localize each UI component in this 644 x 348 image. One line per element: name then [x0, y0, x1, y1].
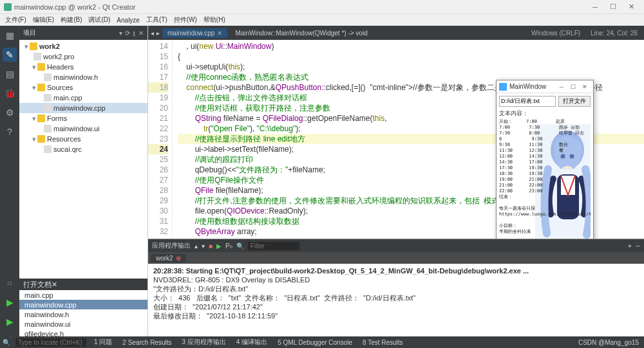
- status-qml[interactable]: 5 QML Debugger Console: [275, 339, 355, 346]
- close-icon[interactable]: ✕: [579, 84, 591, 90]
- rerun-icon[interactable]: ▶: [216, 243, 222, 250]
- list-item[interactable]: main.cpp: [19, 290, 147, 300]
- tree-file[interactable]: sucai.qrc: [19, 144, 147, 154]
- window-title: mainwindow.cpp @ work2 - Qt Creator: [14, 3, 586, 11]
- status-tests[interactable]: 8 Test Results: [360, 339, 406, 346]
- center: ◂ ▸ mainwindow.cpp✕ MainWindow::MainWind…: [148, 26, 644, 348]
- minimize-pane-icon[interactable]: ─: [636, 243, 640, 250]
- menu-edit[interactable]: 编辑(E): [30, 15, 57, 24]
- menu-tools[interactable]: 工具(T): [144, 15, 170, 24]
- tree-pro[interactable]: work2.pro: [19, 51, 147, 62]
- locate-input[interactable]: [15, 338, 86, 347]
- code-editor[interactable]: 1415161718192021222324252627282930313233…: [148, 40, 644, 239]
- status-issues[interactable]: 1 问题: [91, 338, 115, 347]
- menu-file[interactable]: 文件(F): [3, 15, 29, 24]
- status-search[interactable]: 2 Search Results: [120, 339, 174, 346]
- output-title: 应用程序输出: [152, 241, 191, 250]
- output-pane: 应用程序输出 ▴ ▾ ■ ▶ P₀ 🔍 + ─ work2⊗ 20:28:38:…: [148, 239, 644, 348]
- tree-file-current[interactable]: mainwindow.cpp: [19, 103, 147, 113]
- project-tree[interactable]: ▾work2 work2.pro ▾Headers mainwindow.h ▾…: [19, 40, 147, 279]
- menu-analyze[interactable]: Analyze: [114, 17, 142, 24]
- open-docs-label: 打开文档: [23, 280, 52, 289]
- mode-edit[interactable]: ✎: [3, 48, 17, 62]
- tree-file[interactable]: mainwindow.ui: [19, 124, 147, 134]
- mode-help[interactable]: ?: [3, 125, 17, 139]
- running-app-window[interactable]: MainWindow ─ ☐ ✕ 打开文件 文本内容： 开始： 7:00 起床 …: [496, 80, 594, 239]
- split-icon[interactable]: ⫿: [133, 30, 136, 37]
- encoding-label[interactable]: Windows (CRLF): [527, 30, 584, 37]
- app-title: MainWindow: [509, 83, 556, 90]
- maximize-icon[interactable]: ☐: [567, 84, 579, 90]
- nav-fwd-icon[interactable]: ▸: [156, 30, 160, 37]
- side-panel: 项目 ▾ ⟳ ⫿ ✕ ▾work2 work2.pro ▾Headers mai…: [19, 26, 148, 348]
- close-doc-icon[interactable]: ✕: [52, 280, 57, 289]
- path-input[interactable]: [499, 96, 556, 107]
- tree-resources[interactable]: ▾Resources: [19, 134, 147, 144]
- tree-forms[interactable]: ▾Forms: [19, 113, 147, 124]
- filter-icon[interactable]: 🔍: [236, 243, 244, 250]
- menu-help[interactable]: 帮助(H): [201, 15, 228, 24]
- app-icon: [4, 3, 12, 11]
- tree-sources[interactable]: ▾Sources: [19, 82, 147, 93]
- close-icon[interactable]: ✕: [217, 30, 222, 37]
- side-header-label: 项目: [23, 28, 36, 37]
- mode-welcome[interactable]: ▦: [3, 28, 17, 42]
- mode-projects[interactable]: ⚙: [3, 105, 17, 120]
- add-icon[interactable]: +: [628, 243, 632, 250]
- list-item[interactable]: mainwindow.h: [19, 309, 147, 319]
- list-item[interactable]: mainwindow.ui: [19, 319, 147, 329]
- prev-icon[interactable]: ▴: [194, 243, 198, 250]
- side-header: 项目 ▾ ⟳ ⫿ ✕: [19, 26, 147, 40]
- debug-run-button[interactable]: ▶: [3, 315, 17, 329]
- next-icon[interactable]: ▾: [202, 243, 205, 250]
- minimize-icon[interactable]: ─: [556, 84, 567, 90]
- app-titlebar[interactable]: MainWindow ─ ☐ ✕: [497, 80, 593, 93]
- open-docs-header: 打开文档 ✕: [19, 279, 147, 290]
- output-tabbar: work2⊗: [148, 252, 644, 264]
- attach-icon[interactable]: P₀: [225, 243, 232, 250]
- menu-window[interactable]: 控件(W): [171, 15, 200, 24]
- editor-tabbar: ◂ ▸ mainwindow.cpp✕ MainWindow::MainWind…: [148, 26, 644, 40]
- tree-file[interactable]: main.cpp: [19, 93, 147, 103]
- maximize-icon[interactable]: ☐: [604, 3, 622, 11]
- sync-icon[interactable]: ⟳: [125, 30, 130, 37]
- mode-debug[interactable]: 🐞: [3, 86, 17, 100]
- mode-design[interactable]: ▤: [3, 67, 17, 81]
- stop-icon[interactable]: ■: [209, 243, 213, 250]
- close-icon[interactable]: ✕: [622, 3, 640, 11]
- output-toolbar: 应用程序输出 ▴ ▾ ■ ▶ P₀ 🔍 + ─: [148, 239, 644, 252]
- tree-headers[interactable]: ▾Headers: [19, 62, 147, 72]
- status-appout[interactable]: 3 应用程序输出: [180, 338, 229, 347]
- file-text: 开始： 7:00 起床 7:00 7:30 跑步 云动 7:30 8:00 吃早…: [499, 119, 591, 235]
- list-item[interactable]: mainwindow.cpp: [19, 300, 147, 309]
- output-tab[interactable]: work2⊗: [151, 254, 186, 262]
- statusbar: 🔍 1 问题 2 Search Results 3 应用程序输出 4 编译输出 …: [0, 336, 644, 348]
- tree-root[interactable]: ▾work2: [19, 41, 147, 51]
- run-button[interactable]: ▶: [3, 295, 17, 309]
- content-label: 文本内容：: [499, 109, 591, 118]
- menu-build[interactable]: 构建(B): [58, 15, 84, 24]
- kit-selector[interactable]: □: [3, 276, 17, 290]
- status-compile[interactable]: 4 编译输出: [234, 338, 270, 347]
- menu-debug[interactable]: 调试(D): [86, 15, 113, 24]
- filter-icon[interactable]: ▾: [119, 30, 122, 37]
- minimize-icon[interactable]: ─: [586, 3, 604, 11]
- output-text[interactable]: 20:28:38: Starting E:\QT\QT_project\buil…: [148, 264, 644, 348]
- watermark: CSDN @Mang_go15: [576, 339, 641, 346]
- mode-bar: ▦ ✎ ▤ 🐞 ⚙ ? □ ▶ ▶ 🔨: [0, 26, 19, 348]
- tab-file[interactable]: mainwindow.cpp✕: [162, 28, 227, 38]
- app-icon: [499, 83, 507, 91]
- open-file-button[interactable]: 打开文件: [558, 96, 591, 107]
- filter-input[interactable]: [248, 242, 299, 250]
- tab-symbol[interactable]: MainWindow::MainWindow(QWidget *) -> voi…: [230, 28, 372, 38]
- tree-file[interactable]: mainwindow.h: [19, 72, 147, 82]
- titlebar: mainwindow.cpp @ work2 - Qt Creator ─ ☐ …: [0, 0, 644, 14]
- close-icon[interactable]: ⊗: [176, 255, 181, 262]
- cursor-pos[interactable]: Line: 24, Col: 26: [587, 30, 641, 37]
- line-gutter: 1415161718192021222324252627282930313233…: [148, 40, 173, 239]
- locate-icon[interactable]: 🔍: [3, 339, 10, 346]
- close-panel-icon[interactable]: ✕: [138, 30, 144, 37]
- menubar: 文件(F) 编辑(E) 构建(B) 调试(D) Analyze 工具(T) 控件…: [0, 14, 644, 26]
- nav-back-icon[interactable]: ◂: [151, 30, 154, 37]
